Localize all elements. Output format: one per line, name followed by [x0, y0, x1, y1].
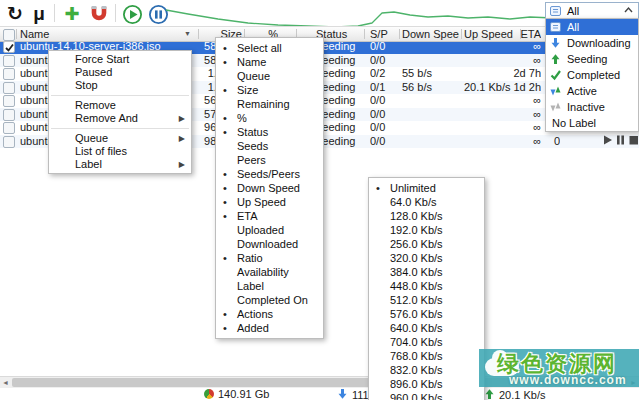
context-menu-item[interactable]: Stop [49, 79, 191, 92]
submenu-arrow-icon: ▶ [179, 132, 185, 145]
label-filter-item[interactable]: Active [546, 83, 638, 99]
speed-menu-item[interactable]: 576.0 Kb/s [369, 307, 484, 321]
speed-menu-item[interactable]: 960.0 Kb/s [369, 391, 484, 400]
speed-menu-item[interactable]: 384.0 Kb/s [369, 265, 484, 279]
context-menu-item[interactable]: Queue▶ [49, 132, 191, 145]
checked-bullet-icon: • [223, 181, 227, 195]
column-menu-item[interactable]: Label [216, 279, 323, 293]
column-menu-item[interactable]: Downloaded [216, 237, 323, 251]
seeds-peers-cell: 0/0 [370, 135, 398, 149]
row-checkbox[interactable] [3, 41, 15, 53]
checked-bullet-icon: • [223, 195, 227, 209]
context-menu-item[interactable]: Remove And▶ [49, 112, 191, 125]
row-checkbox[interactable] [3, 95, 15, 107]
column-menu-item[interactable]: •Name [216, 55, 323, 69]
speed-menu-item[interactable]: 832.0 Kb/s [369, 363, 484, 377]
speed-menu-item[interactable]: 704.0 Kb/s [369, 335, 484, 349]
column-menu-item[interactable]: •Up Speed [216, 195, 323, 209]
download-arrow-icon [337, 388, 348, 400]
column-menu-item[interactable]: •Ratio [216, 251, 323, 265]
column-menu-item[interactable]: •% [216, 111, 323, 125]
speed-menu-item[interactable]: 768.0 Kb/s [369, 349, 484, 363]
row-checkbox[interactable] [3, 68, 15, 80]
start-icon[interactable] [121, 3, 143, 25]
column-header-sp[interactable]: S/P [370, 27, 396, 41]
column-menu-item[interactable]: Remaining [216, 97, 323, 111]
speed-menu-item[interactable]: 896.0 Kb/s [369, 377, 484, 391]
seeds-peers-cell: 0/0 [370, 40, 398, 54]
checked-bullet-icon: • [223, 321, 227, 335]
speed-menu-item[interactable]: 640.0 Kb/s [369, 321, 484, 335]
checked-bullet-icon: • [223, 167, 227, 181]
column-menu-item[interactable]: •Select all [216, 41, 323, 55]
down-speed-cell: 55 b/s [402, 67, 458, 81]
column-menu-item[interactable]: •Added [216, 321, 323, 335]
context-menu-item[interactable]: Label▶ [49, 158, 191, 171]
toolbar-separator [115, 4, 116, 22]
pause-action-icon[interactable] [615, 135, 626, 149]
context-menu-item[interactable]: Force Start [49, 53, 191, 66]
speed-menu-item[interactable]: 512.0 Kb/s [369, 293, 484, 307]
column-menu-item[interactable]: Queue [216, 69, 323, 83]
row-checkbox[interactable] [3, 82, 15, 94]
down-speed-cell [402, 40, 458, 54]
label-filter-item[interactable]: No Label [546, 115, 638, 131]
column-menu-item[interactable]: Uploaded [216, 223, 323, 237]
status-bar: 140.91 Gb 111 b/s 20.1 Kb/s [0, 388, 639, 400]
checked-bullet-icon: • [223, 125, 227, 139]
eta-cell: ∞ [498, 94, 541, 108]
column-header-name[interactable]: Name [20, 27, 180, 41]
eta-cell: ∞ [498, 108, 541, 122]
speed-menu-item[interactable]: •Unlimited [369, 181, 484, 195]
label-filter-item[interactable]: All [546, 19, 638, 35]
label-filter-item[interactable]: Seeding [546, 51, 638, 67]
column-menu-item[interactable]: Seeds [216, 139, 323, 153]
label-filter-item[interactable]: Completed [546, 67, 638, 83]
context-menu-item[interactable]: List of files [49, 145, 191, 158]
scroll-left-arrow[interactable]: ◄ [0, 377, 11, 388]
utorrent-mu-icon[interactable]: μ [28, 3, 50, 25]
row-checkbox[interactable] [3, 136, 15, 148]
play-action-icon[interactable] [602, 135, 613, 149]
column-menu-item[interactable]: •Size [216, 83, 323, 97]
speed-menu-item[interactable]: 448.0 Kb/s [369, 279, 484, 293]
menu-separator [51, 128, 189, 129]
toolbar: ↻ μ ✚ [0, 0, 639, 26]
column-menu-item[interactable]: •ETA [216, 209, 323, 223]
actions-cell [602, 135, 639, 149]
select-all-checkbox[interactable] [3, 29, 15, 41]
free-space-value: 140.91 Gb [218, 388, 269, 400]
eta-cell: 1d 2h [498, 81, 541, 95]
column-menu-item[interactable]: Completed On [216, 293, 323, 307]
speed-menu-item[interactable]: 256.0 Kb/s [369, 237, 484, 251]
column-menu-item[interactable]: •Down Speed [216, 181, 323, 195]
speed-menu-item[interactable]: 128.0 Kb/s [369, 209, 484, 223]
context-menu-item[interactable]: Paused [49, 66, 191, 79]
seeds-peers-cell: 0/0 [370, 108, 398, 122]
checked-bullet-icon: • [223, 41, 227, 55]
speed-menu-item[interactable]: 64.0 Kb/s [369, 195, 484, 209]
disk-space-pie-icon [204, 389, 214, 399]
refresh-icon[interactable]: ↻ [4, 3, 26, 25]
row-checkbox[interactable] [3, 109, 15, 121]
upload-speed-value: 20.1 Kb/s [499, 389, 545, 400]
row-checkbox[interactable] [3, 55, 15, 67]
label-filter-item[interactable]: Inactive [546, 99, 638, 115]
label-filter-item[interactable]: Downloading [546, 35, 638, 51]
checked-bullet-icon: • [223, 83, 227, 97]
speed-menu-item[interactable]: 192.0 Kb/s [369, 223, 484, 237]
speed-menu-item[interactable]: 320.0 Kb/s [369, 251, 484, 265]
stop-action-icon[interactable] [628, 135, 639, 149]
torrent-context-menu: Force StartPausedStopRemoveRemove And▶Qu… [48, 50, 192, 174]
column-menu-item[interactable]: •Actions [216, 307, 323, 321]
column-menu-item[interactable]: •Status [216, 125, 323, 139]
add-torrent-icon[interactable]: ✚ [61, 3, 83, 25]
column-menu-item[interactable]: •Seeds/Peers [216, 167, 323, 181]
magnet-icon[interactable] [88, 3, 110, 25]
column-menu-item[interactable]: Availability [216, 265, 323, 279]
context-menu-item[interactable]: Remove [49, 99, 191, 112]
label-filter-list: AllDownloadingSeedingCompletedActiveInac… [545, 18, 639, 132]
column-menu-item[interactable]: Peers [216, 153, 323, 167]
column-header-down-speed[interactable]: Down Speed [402, 27, 459, 41]
row-checkbox[interactable] [3, 122, 15, 134]
